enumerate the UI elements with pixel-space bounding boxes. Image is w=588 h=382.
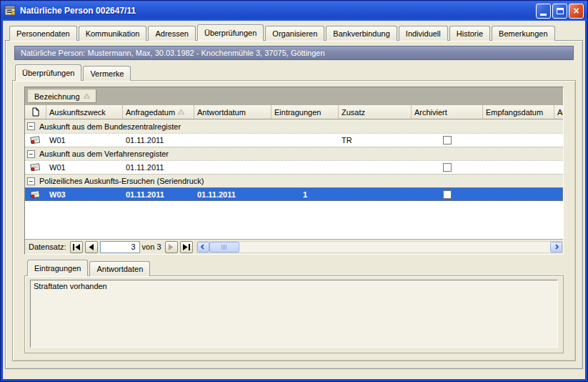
table-row-selected[interactable]: W03 01.11.2011 01.11.2011 1 xyxy=(25,187,563,201)
close-button[interactable]: × xyxy=(569,4,584,19)
detail-tab-strip: Eintragungen Antwortdaten xyxy=(24,260,564,276)
previous-record-button[interactable] xyxy=(85,241,98,253)
record-number-input[interactable] xyxy=(100,241,140,253)
column-header-zusatz[interactable]: Zusatz xyxy=(339,105,412,119)
archiviert-checkbox[interactable] xyxy=(443,136,452,145)
scrollbar-track[interactable] xyxy=(239,242,550,253)
cell-anfragedatum: 01.11.2011 xyxy=(123,190,194,199)
tab-individuell[interactable]: Individuell xyxy=(399,26,448,41)
record-note-icon xyxy=(29,162,41,172)
horizontal-scrollbar[interactable] xyxy=(196,241,563,253)
tab-organisieren[interactable]: Organisieren xyxy=(265,26,324,41)
checks-grid: Bezeichnung Auskunftszweck xyxy=(24,87,564,255)
window-form-icon xyxy=(4,5,16,16)
record-navigator: Datensatz: von 3 xyxy=(25,239,563,254)
table-row[interactable]: W01 01.11.2011 TR xyxy=(25,133,563,147)
scrollbar-thumb[interactable] xyxy=(209,242,239,253)
collapse-icon[interactable]: − xyxy=(27,122,35,130)
cell-auskunftszweck: W03 xyxy=(46,190,123,199)
window-title: Natürliche Person 002647/11 xyxy=(20,6,536,16)
tab-ueberpruefungen[interactable]: Überprüfungen xyxy=(197,24,264,41)
scroll-right-icon[interactable] xyxy=(550,242,562,253)
cell-anfragedatum: 01.11.2011 xyxy=(123,163,194,172)
group-row[interactable]: − Auskunft aus dem Verfahrensregister xyxy=(25,147,563,160)
tab-bemerkungen[interactable]: Bemerkungen xyxy=(492,26,555,41)
cell-auskunftszweck: W01 xyxy=(46,136,123,145)
title-bar[interactable]: Natürliche Person 002647/11 × xyxy=(1,1,587,21)
column-header-eintragungen[interactable]: Eintragungen xyxy=(271,105,339,119)
record-count-label: von 3 xyxy=(142,243,161,251)
tab-adressen[interactable]: Adressen xyxy=(148,26,195,41)
record-note-icon xyxy=(29,135,41,145)
tab-personendaten[interactable]: Personendaten xyxy=(9,26,77,41)
cell-anfragedatum: 01.11.2011 xyxy=(123,136,194,145)
tab-page-ueberpruefungen: Natürliche Person: Mustermann, Max, 30.0… xyxy=(5,40,583,369)
column-header-antwortdatum[interactable]: Antwortdatum xyxy=(194,105,271,119)
column-header-auskunftszweck[interactable]: Auskunftszweck xyxy=(46,105,123,119)
cell-antwortdatum: 01.11.2011 xyxy=(194,190,271,199)
column-header-empfangsdatum[interactable]: Empfangsdatum xyxy=(483,105,554,119)
document-icon xyxy=(32,107,39,117)
column-header-aus-truncated[interactable]: Aus xyxy=(554,105,564,119)
sort-ascending-icon xyxy=(178,109,184,114)
cell-eintragungen: 1 xyxy=(271,190,339,199)
archiviert-checkbox[interactable] xyxy=(443,190,452,199)
group-row[interactable]: − Polizeiliches Auskunfts-Ersuchen (Seri… xyxy=(25,174,563,187)
main-tab-strip: Personendaten Kommunikation Adressen Übe… xyxy=(5,24,583,41)
group-by-bezeichnung-button[interactable]: Bezeichnung xyxy=(28,89,96,103)
eintragungen-text-field[interactable]: Straftaten vorhanden xyxy=(30,280,558,348)
minimize-button[interactable] xyxy=(536,4,551,19)
archiviert-checkbox[interactable] xyxy=(443,163,452,172)
group-row[interactable]: − Auskunft aus dem Bundeszentralregister xyxy=(25,119,563,133)
person-info-bar: Natürliche Person: Mustermann, Max, 30.0… xyxy=(14,46,574,60)
collapse-icon[interactable]: − xyxy=(27,150,35,158)
column-header-archiviert[interactable]: Archiviert xyxy=(412,105,483,119)
grid-rows: − Auskunft aus dem Bundeszentralregister… xyxy=(25,119,563,239)
sub-tab-page: Bezeichnung Auskunftszweck xyxy=(12,80,576,361)
group-by-panel[interactable]: Bezeichnung xyxy=(25,87,563,105)
record-note-icon xyxy=(29,190,41,200)
cell-zusatz: TR xyxy=(339,136,412,145)
column-header-anfragedatum[interactable]: Anfragedatum xyxy=(123,105,194,119)
detail-tab-antwortdaten[interactable]: Antwortdaten xyxy=(89,261,150,276)
subtab-vermerke[interactable]: Vermerke xyxy=(83,66,131,81)
maximize-button[interactable] xyxy=(552,4,567,19)
subtab-ueberpruefungen[interactable]: Überprüfungen xyxy=(15,64,81,81)
sort-ascending-icon xyxy=(84,94,90,99)
last-record-button[interactable] xyxy=(180,241,193,253)
scroll-left-icon[interactable] xyxy=(197,242,209,253)
tab-bankverbindung[interactable]: Bankverbindung xyxy=(326,26,397,41)
table-row[interactable]: W01 01.11.2011 xyxy=(25,160,563,174)
sub-tab-strip: Überprüfungen Vermerke xyxy=(12,64,576,81)
tab-kommunikation[interactable]: Kommunikation xyxy=(79,26,147,41)
row-indicator-column-header[interactable] xyxy=(25,105,46,119)
column-header-row: Auskunftszweck Anfragedatum Antwortdatum… xyxy=(25,105,563,119)
application-window: Natürliche Person 002647/11 × Personenda… xyxy=(0,0,588,382)
next-record-button-disabled[interactable] xyxy=(165,241,178,253)
tab-historie[interactable]: Historie xyxy=(449,26,490,41)
detail-tab-page: Straftaten vorhanden xyxy=(24,275,564,353)
cell-auskunftszweck: W01 xyxy=(46,163,123,172)
collapse-icon[interactable]: − xyxy=(27,177,35,185)
detail-tab-eintragungen[interactable]: Eintragungen xyxy=(27,260,88,276)
navigator-label: Datensatz: xyxy=(29,243,66,251)
first-record-button[interactable] xyxy=(70,241,83,253)
